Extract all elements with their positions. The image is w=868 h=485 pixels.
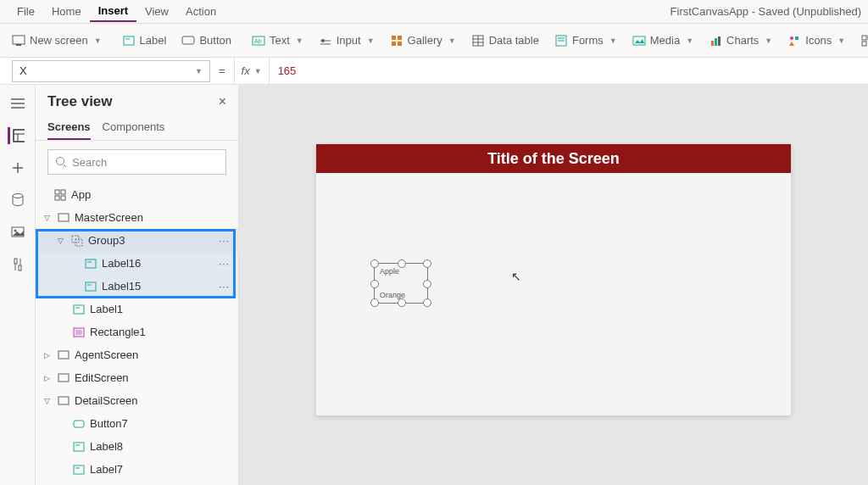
forms-dropdown[interactable]: Forms▼ xyxy=(548,30,624,52)
svg-rect-0 xyxy=(13,36,25,44)
label-button[interactable]: Label xyxy=(115,30,174,52)
tree-node-detailscreen[interactable]: ▽ DetailScreen xyxy=(36,389,238,412)
close-panel-button[interactable]: × xyxy=(219,94,226,109)
menu-bar: File Home Insert View Action FirstCanvas… xyxy=(0,0,868,24)
tree-node-button7[interactable]: Button7 xyxy=(36,412,238,435)
label-icon xyxy=(122,34,136,47)
media-dropdown[interactable]: Media▼ xyxy=(626,30,700,52)
selection-box[interactable]: Apple Orange xyxy=(374,263,428,304)
tree-node-agentscreen[interactable]: ▷ AgentScreen xyxy=(36,343,238,366)
gallery-dropdown[interactable]: Gallery▼ xyxy=(383,30,463,52)
chevron-right-icon[interactable]: ▷ xyxy=(41,351,53,360)
chevron-down-icon[interactable]: ▽ xyxy=(41,214,53,222)
forms-icon xyxy=(554,34,568,47)
more-icon[interactable]: ··· xyxy=(219,258,230,270)
tree-node-app[interactable]: App xyxy=(36,183,238,206)
table-icon xyxy=(471,34,485,47)
more-icon[interactable]: ··· xyxy=(219,235,230,247)
chevron-right-icon[interactable]: ▷ xyxy=(41,374,53,382)
svg-rect-66 xyxy=(58,351,69,359)
rail-tree-view[interactable] xyxy=(8,127,25,144)
tree-node-group3[interactable]: ▽ Group3··· xyxy=(36,229,238,252)
tree-node-label8[interactable]: Label8 xyxy=(36,435,238,458)
charts-dropdown[interactable]: Charts▼ xyxy=(702,30,779,52)
label-icon xyxy=(84,257,97,270)
svg-rect-23 xyxy=(711,41,714,46)
rail-media[interactable] xyxy=(9,224,26,241)
tree-node-label1[interactable]: Label1 xyxy=(36,298,238,321)
svg-rect-11 xyxy=(398,36,402,40)
screen-icon xyxy=(57,211,70,225)
rail-data[interactable] xyxy=(9,192,26,209)
svg-rect-62 xyxy=(74,305,84,314)
svg-point-41 xyxy=(13,194,23,198)
menu-view[interactable]: View xyxy=(136,2,177,21)
formula-input[interactable]: 165 xyxy=(269,58,868,84)
tree-node-label7[interactable]: Label7 xyxy=(36,458,238,481)
rail-hamburger[interactable] xyxy=(9,95,26,112)
svg-rect-58 xyxy=(86,259,96,268)
canvas-label-orange[interactable]: Orange xyxy=(380,291,405,299)
tree-node-icon6[interactable]: Icon6 xyxy=(36,481,238,485)
svg-rect-53 xyxy=(55,196,59,200)
custom-button[interactable]: Custom xyxy=(854,30,868,52)
screen-preview[interactable]: Title of the Screen Apple Orange ↖ xyxy=(316,144,791,415)
tree-node-rectangle1[interactable]: Rectangle1 xyxy=(36,321,238,343)
search-input[interactable]: Search xyxy=(47,149,226,175)
text-dropdown[interactable]: Ab Text▼ xyxy=(245,30,310,52)
svg-rect-24 xyxy=(715,38,717,46)
svg-rect-29 xyxy=(862,36,866,40)
tree-node-label16[interactable]: Label16··· xyxy=(36,252,238,275)
rail-advanced[interactable] xyxy=(9,256,26,273)
menu-file[interactable]: File xyxy=(8,2,43,21)
canvas-area[interactable]: Title of the Screen Apple Orange ↖ xyxy=(239,85,868,485)
gallery-icon xyxy=(390,34,403,47)
data-table-button[interactable]: Data table xyxy=(465,30,546,52)
label-icon xyxy=(72,440,86,454)
menu-home[interactable]: Home xyxy=(43,2,90,21)
svg-point-9 xyxy=(321,39,325,42)
svg-rect-70 xyxy=(74,443,84,451)
svg-rect-55 xyxy=(58,214,69,221)
svg-marker-22 xyxy=(635,39,644,43)
svg-rect-45 xyxy=(14,259,17,264)
panel-title: Tree view xyxy=(47,93,113,110)
label-icon xyxy=(84,280,97,293)
svg-point-43 xyxy=(14,230,16,232)
screen-icon xyxy=(57,371,70,385)
svg-marker-28 xyxy=(789,42,794,46)
svg-rect-27 xyxy=(795,36,798,40)
icons-dropdown[interactable]: Icons▼ xyxy=(781,30,852,52)
tree: App ▽ MasterScreen ▽ Group3··· Label16··… xyxy=(36,183,238,485)
tree-node-editscreen[interactable]: ▷ EditScreen xyxy=(36,366,238,389)
svg-rect-12 xyxy=(392,42,396,46)
input-dropdown[interactable]: Input▼ xyxy=(312,30,381,52)
svg-rect-51 xyxy=(55,190,59,194)
svg-rect-21 xyxy=(633,36,645,45)
chevron-down-icon[interactable]: ▽ xyxy=(54,237,66,245)
menu-insert[interactable]: Insert xyxy=(90,1,136,22)
svg-rect-54 xyxy=(61,196,65,200)
tab-screens[interactable]: Screens xyxy=(47,115,91,140)
new-screen-button[interactable]: New screen▼ xyxy=(5,30,108,52)
left-rail xyxy=(0,85,36,485)
fx-button[interactable]: fx▼ xyxy=(234,58,269,84)
icons-icon xyxy=(787,34,801,47)
tree-node-label15[interactable]: Label15··· xyxy=(36,275,238,298)
tab-components[interactable]: Components xyxy=(103,115,165,140)
menu-action[interactable]: Action xyxy=(177,2,225,21)
button-button[interactable]: Button xyxy=(175,30,238,52)
chevron-down-icon[interactable]: ▽ xyxy=(41,397,53,405)
screen-title-bar[interactable]: Title of the Screen xyxy=(316,144,791,173)
property-selector[interactable]: X▼ xyxy=(12,60,210,82)
svg-rect-46 xyxy=(19,265,21,270)
canvas-label-apple[interactable]: Apple xyxy=(380,267,399,276)
svg-text:Ab: Ab xyxy=(254,38,262,44)
rail-insert[interactable] xyxy=(9,159,26,176)
more-icon[interactable]: ··· xyxy=(219,281,230,293)
screen-icon xyxy=(57,394,70,408)
button-icon xyxy=(181,34,195,47)
tree-node-masterscreen[interactable]: ▽ MasterScreen xyxy=(36,206,238,229)
svg-rect-1 xyxy=(16,44,21,46)
svg-rect-13 xyxy=(398,42,402,46)
